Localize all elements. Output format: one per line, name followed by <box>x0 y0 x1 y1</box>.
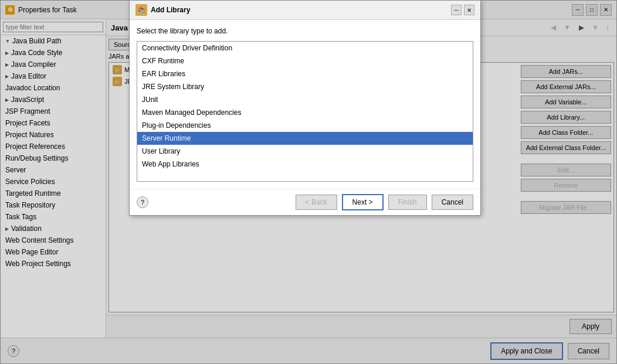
modal-minimize-button[interactable]: ─ <box>451 5 462 15</box>
modal-overlay: 📚 Add Library ─ ✕ Select the library typ… <box>0 0 617 364</box>
modal-prompt: Select the library type to add. <box>137 27 473 35</box>
modal-library-list[interactable]: Connectivity Driver Definition CXF Runti… <box>137 41 473 182</box>
modal-item-ear[interactable]: EAR Libraries <box>137 67 473 80</box>
modal-item-web-app[interactable]: Web App Libraries <box>137 158 473 171</box>
modal-cancel-button[interactable]: Cancel <box>432 195 473 210</box>
modal-item-jre[interactable]: JRE System Library <box>137 80 473 93</box>
modal-item-junit[interactable]: JUnit <box>137 93 473 106</box>
modal-footer: ? < Back Next > Finish Cancel <box>130 189 480 215</box>
modal-title-buttons: ─ ✕ <box>451 5 474 15</box>
modal-close-button[interactable]: ✕ <box>464 5 474 15</box>
modal-item-cxf[interactable]: CXF Runtime <box>137 55 473 67</box>
modal-back-button[interactable]: < Back <box>296 195 337 210</box>
modal-next-button[interactable]: Next > <box>342 194 384 210</box>
modal-item-user-library[interactable]: User Library <box>137 145 473 158</box>
modal-item-server-runtime[interactable]: Server Runtime <box>137 132 473 145</box>
modal-item-maven[interactable]: Maven Managed Dependencies <box>137 106 473 119</box>
modal-item-connectivity[interactable]: Connectivity Driver Definition <box>137 42 473 55</box>
modal-body: Select the library type to add. Connecti… <box>130 20 480 189</box>
modal-finish-button[interactable]: Finish <box>388 195 427 210</box>
modal-icon: 📚 <box>135 4 147 16</box>
modal-item-plugin[interactable]: Plug-in Dependencies <box>137 119 473 132</box>
modal-title: Add Library <box>151 6 448 14</box>
modal-help-button[interactable]: ? <box>137 196 148 208</box>
modal-title-bar: 📚 Add Library ─ ✕ <box>130 1 480 20</box>
add-library-modal: 📚 Add Library ─ ✕ Select the library typ… <box>129 0 481 216</box>
